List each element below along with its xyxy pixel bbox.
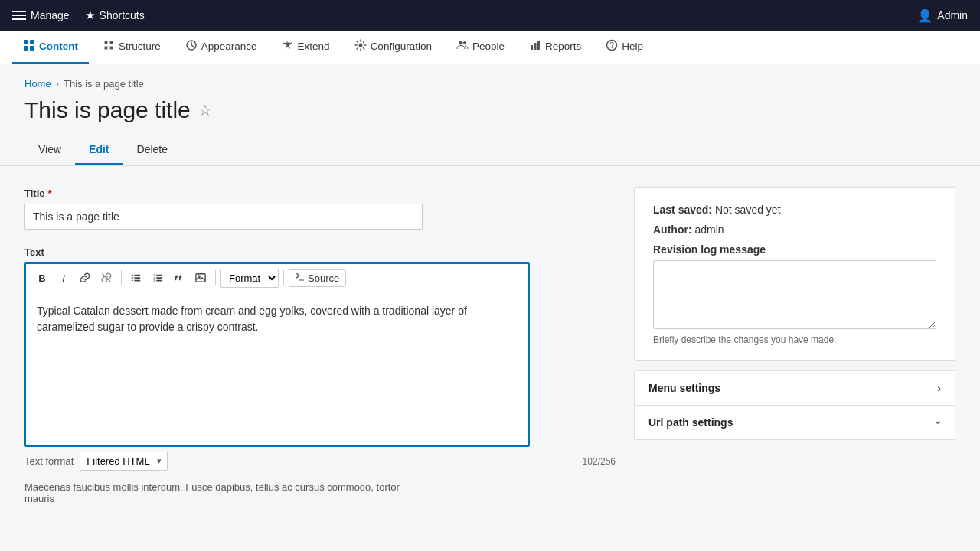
text-format-label: Text format (24, 455, 74, 467)
toolbar-divider-3 (283, 270, 284, 285)
reports-icon (529, 39, 541, 54)
nav-extend[interactable]: Extend (271, 31, 341, 64)
svg-text:3.: 3. (153, 279, 156, 282)
breadcrumb-home[interactable]: Home (24, 78, 51, 90)
nav-reports-label: Reports (545, 41, 581, 52)
rte-body[interactable]: Typical Catalan dessert made from cream … (26, 292, 528, 445)
nav-help[interactable]: ? Help (595, 31, 654, 64)
source-button[interactable]: Source (289, 269, 346, 287)
tab-edit[interactable]: Edit (75, 135, 122, 165)
people-icon (456, 39, 469, 54)
menu-settings-header[interactable]: Menu settings › (635, 371, 955, 405)
breadcrumb-separator: › (56, 78, 59, 90)
svg-rect-2 (24, 46, 28, 51)
manage-label: Manage (31, 9, 70, 21)
bottom-text: Maecenas faucibus mollis interdum. Fusce… (24, 481, 407, 504)
user-icon: 👤 (917, 8, 933, 23)
italic-button[interactable]: I (54, 268, 74, 288)
format-dropdown[interactable]: Format (220, 269, 279, 288)
svg-rect-15 (134, 275, 140, 276)
star-icon: ★ (85, 8, 95, 22)
url-path-header[interactable]: Url path settings › (635, 406, 955, 439)
nav-help-label: Help (622, 41, 643, 52)
nav-people-label: People (472, 41, 505, 52)
nav-appearance[interactable]: Appearance (175, 31, 268, 64)
main-content: Title * Text B I (0, 166, 980, 551)
content-icon (23, 39, 35, 54)
ol-button[interactable]: 1.2.3. (148, 268, 168, 288)
admin-menu[interactable]: 👤 Admin (917, 8, 968, 23)
page-tabs: View Edit Delete (0, 135, 980, 166)
svg-rect-19 (134, 280, 140, 282)
form-section: Title * Text B I (24, 187, 616, 551)
svg-rect-10 (537, 41, 540, 50)
url-path-label: Url path settings (648, 416, 733, 429)
required-marker: * (48, 187, 52, 199)
favorite-icon[interactable]: ☆ (198, 101, 212, 119)
manage-menu[interactable]: Manage (12, 9, 70, 21)
svg-rect-3 (30, 46, 34, 51)
ul-button[interactable] (126, 268, 146, 288)
svg-point-14 (132, 274, 133, 276)
toolbar-divider-2 (215, 270, 216, 285)
extend-icon (282, 39, 294, 54)
help-icon: ? (606, 39, 618, 54)
title-input[interactable] (24, 204, 423, 230)
revision-textarea[interactable] (653, 260, 936, 329)
nav-configuration[interactable]: Configuration (344, 31, 443, 64)
nav-reports[interactable]: Reports (518, 31, 592, 64)
top-bar: Manage ★ Shortcuts 👤 Admin (0, 0, 980, 31)
secondary-nav: Content Structure Appearance Extend Conf… (0, 31, 980, 64)
svg-point-16 (132, 277, 133, 279)
rich-text-editor: B I 1.2.3. (24, 262, 530, 447)
nav-extend-label: Extend (298, 41, 330, 52)
nav-appearance-label: Appearance (201, 41, 257, 52)
svg-rect-8 (531, 45, 533, 50)
sidebar: Last saved: Not saved yet Author: admin … (634, 187, 956, 551)
svg-rect-9 (534, 43, 536, 50)
tab-delete[interactable]: Delete (123, 135, 181, 165)
svg-point-7 (463, 41, 466, 44)
text-format-select[interactable]: Filtered HTMLFull HTMLPlain text (80, 452, 168, 471)
svg-rect-23 (156, 277, 162, 279)
url-path-chevron: › (933, 421, 946, 425)
nav-structure[interactable]: Structure (92, 31, 172, 64)
text-format-row: Text format Filtered HTMLFull HTMLPlain … (24, 452, 616, 471)
nav-people[interactable]: People (446, 31, 515, 64)
structure-icon (103, 39, 115, 54)
breadcrumb: Home › This is a page title (24, 78, 956, 90)
hamburger-icon (12, 11, 26, 20)
unlink-button[interactable] (96, 268, 116, 288)
image-button[interactable] (191, 268, 211, 288)
title-label: Title * (24, 187, 616, 199)
tab-view[interactable]: View (24, 135, 75, 165)
revision-hint: Briefly describe the changes you have ma… (653, 334, 936, 345)
page-header: Home › This is a page title This is page… (0, 64, 980, 123)
svg-rect-25 (156, 280, 162, 282)
nav-structure-label: Structure (119, 41, 161, 52)
url-path-accordion: Url path settings › (635, 406, 955, 439)
last-saved-row: Last saved: Not saved yet (653, 204, 936, 216)
menu-settings-label: Menu settings (648, 382, 720, 394)
svg-point-5 (358, 43, 362, 47)
breadcrumb-current: This is a page title (64, 78, 144, 90)
nav-content-label: Content (39, 41, 78, 52)
link-button[interactable] (75, 268, 95, 288)
text-label: Text (24, 246, 616, 258)
blockquote-button[interactable] (169, 268, 189, 288)
nav-content[interactable]: Content (12, 31, 89, 64)
admin-label: Admin (937, 9, 968, 21)
svg-point-6 (459, 41, 462, 44)
appearance-icon (185, 39, 198, 54)
svg-point-18 (132, 279, 133, 281)
shortcuts-menu[interactable]: ★ Shortcuts (85, 8, 145, 22)
rte-toolbar: B I 1.2.3. (26, 264, 528, 292)
sidebar-accordion: Menu settings › Url path settings › (634, 370, 956, 440)
bold-button[interactable]: B (32, 268, 52, 288)
nav-configuration-label: Configuration (371, 41, 432, 52)
menu-settings-chevron: › (937, 382, 941, 394)
shortcuts-label: Shortcuts (100, 9, 145, 21)
sidebar-card: Last saved: Not saved yet Author: admin … (634, 187, 956, 361)
page-title: This is page title (24, 97, 191, 123)
svg-rect-0 (24, 40, 28, 44)
